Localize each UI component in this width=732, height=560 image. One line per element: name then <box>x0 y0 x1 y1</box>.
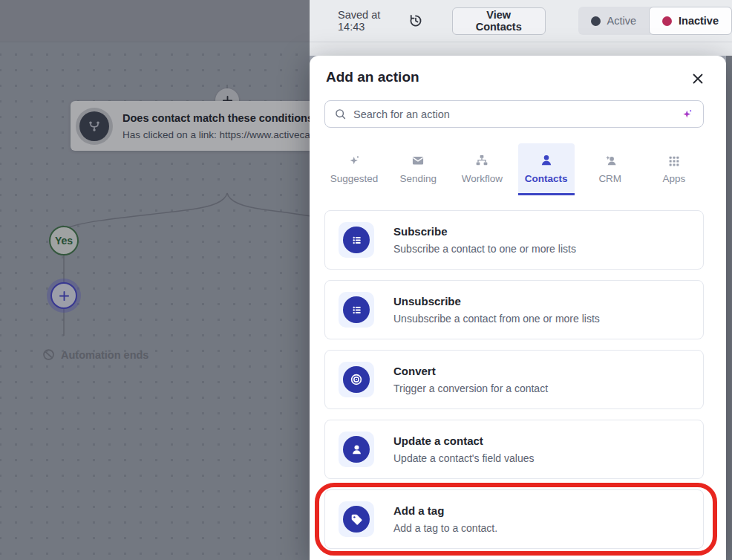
people-star-icon <box>603 153 618 168</box>
close-button[interactable] <box>690 71 705 86</box>
search-icon <box>334 108 347 120</box>
view-contacts-button[interactable]: View Contacts <box>452 7 546 35</box>
modal-backdrop <box>0 0 310 560</box>
action-item-convert[interactable]: Convert Trigger a conversion for a conta… <box>324 350 704 409</box>
action-item-unsubscribe[interactable]: Unsubscribe Unsubscribe a contact from o… <box>324 280 704 339</box>
tab-contacts[interactable]: Contacts <box>518 143 575 193</box>
action-item-subscribe[interactable]: Subscribe Subscribe a contact to one or … <box>324 210 704 270</box>
action-title: Add a tag <box>393 504 497 517</box>
tab-label: Suggested <box>330 173 379 184</box>
sitemap-icon <box>474 153 489 168</box>
person-icon <box>539 153 554 168</box>
action-title: Convert <box>393 365 548 377</box>
unsubscribe-list-icon <box>339 292 374 328</box>
action-item-update-a-contact[interactable]: Update a contact Update a contact's fiel… <box>324 420 704 479</box>
action-description: Update a contact's field values <box>393 452 534 464</box>
status-toggle-active[interactable]: Active <box>578 7 650 35</box>
action-text: Update a contact Update a contact's fiel… <box>393 434 534 464</box>
revision-history-button[interactable] <box>407 11 424 30</box>
sparkle-icon <box>347 153 362 168</box>
saved-status: Saved at 14:43 <box>338 9 400 33</box>
tab-suggested[interactable]: Suggested <box>326 143 382 193</box>
top-toolbar: Saved at 14:43 View Contacts Active Inac… <box>310 0 732 56</box>
action-description: Add a tag to a contact. <box>393 522 497 534</box>
inactive-label: Inactive <box>679 15 719 27</box>
action-category-tabs: Suggested Sending Workflow Contacts <box>326 143 702 193</box>
status-toggle: Active Inactive <box>578 7 732 35</box>
update-contact-person-icon <box>339 432 374 467</box>
tag-icon <box>339 501 374 537</box>
action-text: Convert Trigger a conversion for a conta… <box>393 365 548 394</box>
action-description: Subscribe a contact to one or more lists <box>393 243 576 255</box>
action-text: Add a tag Add a tag to a contact. <box>393 504 497 534</box>
action-list: Subscribe Subscribe a contact to one or … <box>324 210 704 560</box>
action-text: Unsubscribe Unsubscribe a contact from o… <box>393 295 600 325</box>
tab-label: Workflow <box>462 173 503 184</box>
modal-title: Add an action <box>326 69 419 85</box>
tab-workflow[interactable]: Workflow <box>454 143 510 193</box>
active-status-dot <box>591 16 601 26</box>
action-description: Trigger a conversion for a contact <box>393 382 548 394</box>
envelope-icon <box>411 153 425 168</box>
action-item-add-a-tag[interactable]: Add a tag Add a tag to a contact. <box>324 489 704 549</box>
tab-label: Sending <box>399 173 437 184</box>
action-title: Unsubscribe <box>393 295 600 307</box>
tab-label: Apps <box>663 173 686 184</box>
tab-apps[interactable]: Apps <box>646 143 702 193</box>
action-text: Subscribe Subscribe a contact to one or … <box>393 225 576 255</box>
automation-builder-screen: Does contact match these conditions? Has… <box>0 0 732 560</box>
tab-label: CRM <box>598 173 621 184</box>
inactive-status-dot <box>662 16 672 26</box>
history-clock-icon <box>408 13 424 29</box>
subscribe-list-icon <box>339 222 374 258</box>
convert-target-icon <box>339 362 374 397</box>
status-toggle-inactive[interactable]: Inactive <box>649 7 732 35</box>
close-icon <box>692 73 704 85</box>
tab-sending[interactable]: Sending <box>390 143 446 193</box>
ai-sparkle-icon[interactable] <box>681 108 694 121</box>
grid-icon <box>667 153 681 168</box>
toolbar-row: Saved at 14:43 View Contacts Active Inac… <box>310 0 732 42</box>
action-description: Unsubscribe a contact from one or more l… <box>393 313 600 325</box>
add-action-modal: Add an action Suggested <box>310 56 726 560</box>
action-title: Update a contact <box>393 434 534 447</box>
modal-backdrop <box>726 56 732 560</box>
active-label: Active <box>607 15 637 27</box>
tab-crm[interactable]: CRM <box>582 143 638 193</box>
action-title: Subscribe <box>393 225 576 238</box>
action-search <box>324 100 704 128</box>
tab-label: Contacts <box>525 173 568 184</box>
search-input[interactable] <box>353 108 674 120</box>
